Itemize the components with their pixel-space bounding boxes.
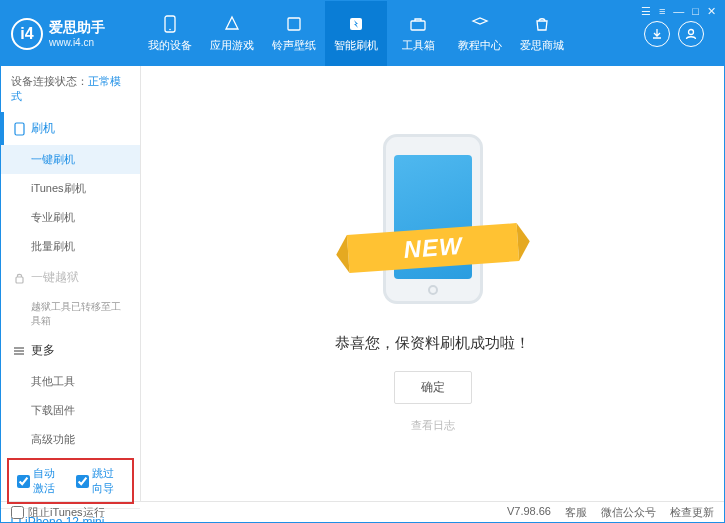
auto-activate-checkbox[interactable]: 自动激活 — [17, 466, 66, 496]
svg-rect-2 — [288, 18, 300, 30]
toolbox-icon — [408, 14, 428, 34]
sidebar-item-oneclick[interactable]: 一键刷机 — [1, 145, 140, 174]
ok-button[interactable]: 确定 — [394, 371, 472, 404]
section-flash[interactable]: 刷机 — [1, 112, 140, 145]
device-icon — [160, 14, 180, 34]
sidebar-item-batch[interactable]: 批量刷机 — [1, 232, 140, 261]
apps-icon — [222, 14, 242, 34]
jailbreak-note: 越狱工具已转移至工具箱 — [1, 294, 140, 334]
svg-rect-4 — [411, 21, 425, 30]
svg-point-1 — [169, 29, 171, 31]
phone-illustration: NEW — [373, 134, 493, 314]
sidebar-item-itunes[interactable]: iTunes刷机 — [1, 174, 140, 203]
store-icon — [532, 14, 552, 34]
svg-point-5 — [689, 29, 694, 34]
main-content: NEW 恭喜您，保资料刷机成功啦！ 确定 查看日志 — [141, 66, 724, 501]
maximize-button[interactable]: □ — [692, 5, 699, 18]
flash-icon — [346, 14, 366, 34]
new-ribbon: NEW — [346, 223, 518, 273]
options-highlight: 自动激活 跳过向导 — [7, 458, 134, 504]
download-button[interactable] — [644, 21, 670, 47]
more-icon — [13, 345, 25, 357]
nav-apps[interactable]: 应用游戏 — [201, 1, 263, 66]
wallpaper-icon — [284, 14, 304, 34]
close-button[interactable]: ✕ — [707, 5, 716, 18]
menu-icon[interactable]: ☰ — [641, 5, 651, 18]
sidebar-item-firmware[interactable]: 下载固件 — [1, 396, 140, 425]
service-link[interactable]: 客服 — [565, 505, 587, 520]
version-label: V7.98.66 — [507, 505, 551, 520]
nav-ringtones[interactable]: 铃声壁纸 — [263, 1, 325, 66]
skip-guide-checkbox[interactable]: 跳过向导 — [76, 466, 125, 496]
nav-store[interactable]: 爱思商城 — [511, 1, 573, 66]
logo-icon: i4 — [11, 18, 43, 50]
nav-toolbox[interactable]: 工具箱 — [387, 1, 449, 66]
minimize-button[interactable]: — — [673, 5, 684, 18]
nav-flash[interactable]: 智能刷机 — [325, 1, 387, 66]
tutorial-icon — [470, 14, 490, 34]
app-header: i4 爱思助手 www.i4.cn 我的设备 应用游戏 铃声壁纸 智能刷机 工具… — [1, 1, 724, 66]
sidebar-item-pro[interactable]: 专业刷机 — [1, 203, 140, 232]
phone-icon — [13, 123, 25, 135]
lock-icon — [13, 272, 25, 284]
app-title: 爱思助手 — [49, 19, 105, 37]
list-icon[interactable]: ≡ — [659, 5, 665, 18]
app-url: www.i4.cn — [49, 37, 105, 48]
wechat-link[interactable]: 微信公众号 — [601, 505, 656, 520]
check-update-link[interactable]: 检查更新 — [670, 505, 714, 520]
main-nav: 我的设备 应用游戏 铃声壁纸 智能刷机 工具箱 教程中心 爱思商城 — [139, 1, 644, 66]
sidebar: 设备连接状态：正常模式 刷机 一键刷机 iTunes刷机 专业刷机 批量刷机 一… — [1, 66, 141, 501]
svg-rect-7 — [16, 277, 23, 283]
connection-status: 设备连接状态：正常模式 — [1, 66, 140, 112]
logo-area: i4 爱思助手 www.i4.cn — [11, 18, 139, 50]
section-jailbreak[interactable]: 一键越狱 — [1, 261, 140, 294]
window-controls: ☰ ≡ — □ ✕ — [641, 5, 716, 18]
block-itunes-checkbox[interactable]: 阻止iTunes运行 — [11, 505, 105, 520]
sidebar-item-other[interactable]: 其他工具 — [1, 367, 140, 396]
user-button[interactable] — [678, 21, 704, 47]
nav-tutorials[interactable]: 教程中心 — [449, 1, 511, 66]
success-message: 恭喜您，保资料刷机成功啦！ — [335, 334, 530, 353]
nav-my-device[interactable]: 我的设备 — [139, 1, 201, 66]
section-more[interactable]: 更多 — [1, 334, 140, 367]
svg-rect-6 — [15, 123, 24, 135]
view-log-link[interactable]: 查看日志 — [411, 418, 455, 433]
sidebar-item-advanced[interactable]: 高级功能 — [1, 425, 140, 454]
